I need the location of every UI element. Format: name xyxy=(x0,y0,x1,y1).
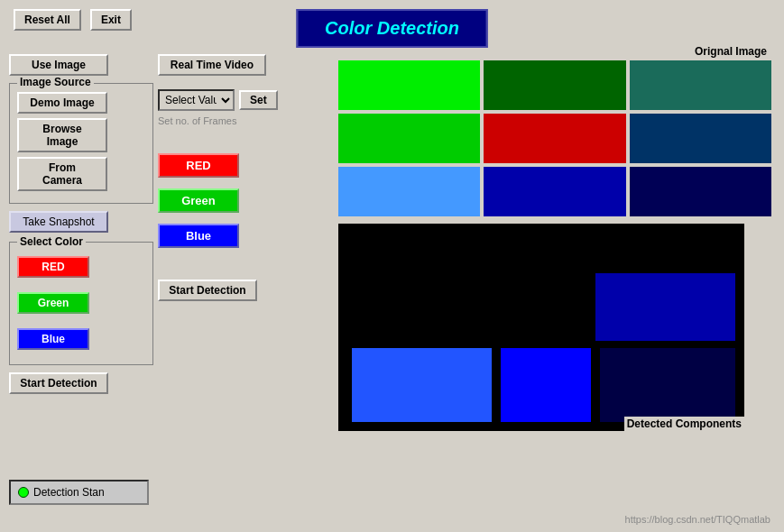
swatch-2 xyxy=(484,60,625,110)
select-value-row: Select Value Set xyxy=(158,89,316,111)
detected-panel: Detected Components xyxy=(338,224,744,431)
swatch-9 xyxy=(630,167,771,216)
detected-rect-4 xyxy=(600,348,735,422)
color-green-button-left[interactable]: Green xyxy=(17,292,89,314)
reset-all-button[interactable]: Reset All xyxy=(14,9,81,31)
swatch-4 xyxy=(338,114,480,163)
image-source-group: Image Source Demo Image Browse Image Fro… xyxy=(9,83,153,204)
color-green-button-mid[interactable]: Green xyxy=(158,188,239,213)
left-panel: Use Image Image Source Demo Image Browse… xyxy=(9,54,153,394)
select-color-group: Select Color RED Green Blue xyxy=(9,242,153,365)
title-box: Color Detection xyxy=(296,9,488,48)
use-image-button[interactable]: Use Image xyxy=(9,54,108,76)
frames-label: Set no. of Frames xyxy=(158,115,316,126)
set-button[interactable]: Set xyxy=(239,90,278,110)
swatch-5 xyxy=(484,114,625,163)
start-detection-button-mid[interactable]: Start Detection xyxy=(158,280,257,301)
detected-rect-2 xyxy=(352,348,492,422)
select-color-label: Select Color xyxy=(17,235,86,248)
right-panel: Orignal Image Detected Components xyxy=(338,45,771,431)
swatch-7 xyxy=(338,167,480,216)
detection-status-light xyxy=(18,487,29,498)
start-detection-button-left[interactable]: Start Detection xyxy=(9,372,108,394)
watermark: https://blog.csdn.net/TIQQmatlab xyxy=(625,514,770,525)
color-blue-button-mid[interactable]: Blue xyxy=(158,224,239,248)
detected-rect-1 xyxy=(595,273,735,341)
color-red-button-left[interactable]: RED xyxy=(17,256,89,278)
original-image-label: Orignal Image xyxy=(338,45,771,58)
image-source-label: Image Source xyxy=(17,76,94,88)
swatch-1 xyxy=(338,60,480,110)
swatch-3 xyxy=(630,60,771,110)
app-title: Color Detection xyxy=(325,18,459,38)
detected-rect-3 xyxy=(501,348,591,422)
demo-image-button[interactable]: Demo Image xyxy=(17,92,107,114)
detection-status-text: Detection Stan xyxy=(33,486,105,499)
swatch-8 xyxy=(484,167,625,216)
middle-panel: Real Time Video Select Value Set Set no.… xyxy=(158,54,316,301)
real-time-video-button[interactable]: Real Time Video xyxy=(158,54,266,76)
original-image-grid xyxy=(338,60,771,216)
select-value-dropdown[interactable]: Select Value xyxy=(158,89,235,111)
from-camera-button[interactable]: From Camera xyxy=(17,157,107,191)
color-blue-button-left[interactable]: Blue xyxy=(17,328,89,350)
browse-image-button[interactable]: Browse Image xyxy=(17,118,107,152)
take-snapshot-button[interactable]: Take Snapshot xyxy=(9,211,108,233)
color-red-button-mid[interactable]: RED xyxy=(158,153,239,178)
detection-status-bar: Detection Stan xyxy=(9,480,149,505)
detected-components-label: Detected Components xyxy=(624,417,744,431)
swatch-6 xyxy=(630,114,771,163)
exit-button[interactable]: Exit xyxy=(90,9,132,31)
